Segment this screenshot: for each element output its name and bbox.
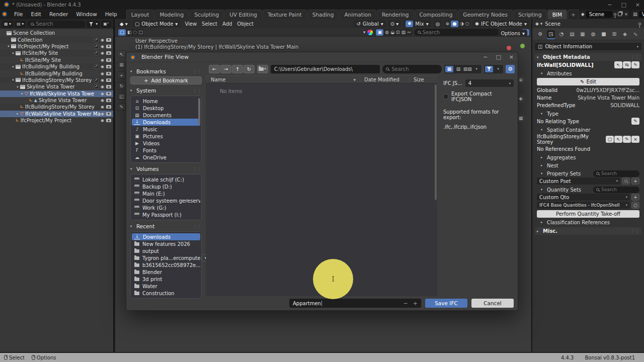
scrollbar[interactable] [435,84,437,200]
hide-eye-icon[interactable]: ◉ [101,84,104,89]
workspace-tab-texture-paint[interactable]: Texture Paint [263,10,307,19]
workspace-tab-compositing[interactable]: Compositing [415,10,458,19]
shading-toggles[interactable]: ⊕ ● ◑ ○ [444,20,470,27]
dialog-search-input[interactable]: Search [382,65,442,73]
aggregates-subpanel-header[interactable]: ▸ Aggregates [535,154,641,161]
viewport-editor-type-dropdown[interactable]: ◆ ▾ [117,20,130,27]
menu-render[interactable]: Render [45,10,72,18]
workspace-tab-sculpting[interactable]: Sculpting [189,10,224,19]
properties-editor-icon[interactable]: ◆ ▾ [535,21,542,26]
add-qto-button[interactable]: + [631,194,639,201]
ifc-mode-dropdown[interactable]: ✺ IFC Object Mode ▾ [472,20,529,27]
back-button[interactable]: ← [209,65,220,73]
overlay-f-icon[interactable]: ∾ [407,30,411,35]
hide-eye-icon[interactable]: ◉ [101,112,104,116]
render-visibility-icon[interactable] [106,92,111,96]
display-mode-dropdown[interactable]: ▤ ▾ [15,21,26,28]
unlink-scene-icon[interactable]: × [624,12,628,17]
edit-attributes-button[interactable]: ✎ Edit [537,78,639,85]
type-subpanel-header[interactable]: ▾ Type [535,110,641,117]
collapse-icon[interactable]: ▾ [11,78,16,82]
render-visibility-icon[interactable] [106,85,111,88]
hide-eye-icon[interactable]: ◉ [101,92,104,96]
system-item-home[interactable]: ⌂Home [132,98,200,105]
outliner-row[interactable]: ▾Skyline Vista Tower✓◉ [0,83,113,90]
menu-edit[interactable]: Edit [27,10,45,18]
overlay-e-icon[interactable]: ▤ [401,30,406,35]
render-visibility-icon[interactable] [106,65,111,68]
copy-scene-icon[interactable] [618,12,622,16]
recent-item-output[interactable]: output [132,247,200,254]
viewport-menu-object[interactable]: Object [234,21,256,27]
panel-options-icon[interactable]: ⋮⋮ [630,55,639,59]
workspace-tab-animation[interactable]: Animation [339,10,376,19]
editor-type-dropdown[interactable]: ▦ ▾ [2,21,13,28]
minimize-icon[interactable]: − [607,2,612,8]
outliner-row[interactable]: ▾IfcBuildingStorey/My Storey✓◉ [0,77,113,83]
outliner-row[interactable]: Scene Collection [0,30,113,36]
recent-item-tygron-pla-ercomputer[interactable]: Tygron pla...ercomputer [132,254,200,261]
color-wheel-icon[interactable] [367,30,373,35]
outliner-row[interactable]: ∟IfcSite/My Site◉ [0,57,113,63]
system-item-music[interactable]: ♪Music [132,126,200,133]
dialog-title-bar[interactable]: Blender File View − □ × [126,52,518,62]
render-visibility-icon[interactable] [106,99,111,102]
render-visibility-icon[interactable] [106,78,111,82]
outliner-row[interactable]: ▾IfcBuilding/My Building✓◉ [0,63,113,70]
custom-qto-dropdown[interactable]: Custom Qto▾ [537,194,630,201]
render-visibility-icon[interactable] [106,112,111,116]
viewport-search-input[interactable]: Search [414,29,500,36]
base-quantities-dropdown[interactable]: IFC4 Base Quantities - IfcOpenShell▾ [537,202,630,209]
quantity-calculator-button[interactable]: ○ [631,202,639,209]
new-folder-button[interactable]: + [257,65,268,73]
object-information-dropdown[interactable]: ◫ Object Information ▾ [535,43,641,50]
minimize-icon[interactable]: − [483,54,488,60]
pin-icon[interactable] [638,23,641,25]
outliner-row[interactable]: ▾IfcProject/My Project✓◉ [0,43,113,50]
volume-item-lokale-schijf-c-[interactable]: Lokale schijf (C:) [132,176,200,183]
scene-selector[interactable]: ◆ Scene × [580,10,629,18]
hide-eye-icon[interactable]: ◉ [101,78,104,82]
workspace-tab-layout[interactable]: Layout [126,10,154,19]
hide-eye-icon[interactable]: ◉ [101,105,104,109]
filter-icon[interactable]: ▾ [87,21,100,28]
tab-render[interactable]: ◔ [557,30,566,38]
hide-eye-icon[interactable]: ◉ [101,98,104,103]
overlay-d-icon[interactable]: ⊡ [396,30,400,35]
overlay-toggles[interactable]: ▣ ◍ ◒ ⊡ ▤ ∾ [375,29,412,36]
outliner-row[interactable]: ∟▲Skyline Vista Tower◉ [0,97,113,104]
blender-menu-icon[interactable] [2,12,7,17]
filter-funnel-icon[interactable] [485,66,493,72]
tab-scene[interactable]: ◍ [589,30,597,38]
add-bookmark-button[interactable]: + Add Bookmark [130,76,202,84]
tab-object[interactable]: ◳ [547,30,555,38]
hide-eye-icon[interactable]: ◉ [101,71,104,76]
tool-select-icon[interactable]: ↖ [117,50,126,58]
bookmarks-section-header[interactable]: ▾ Bookmarks ⋮⋮ [130,68,202,74]
select-class-button[interactable]: ↖ [614,61,622,68]
pick-container-button[interactable]: ↖ [614,136,622,143]
new-collection-button[interactable]: ▣⁺ [101,21,111,28]
menu-help[interactable]: Help [101,10,121,18]
select-lasso-icon[interactable]: □ [138,30,143,35]
column-size[interactable]: Size [409,77,437,82]
nest-subpanel-header[interactable]: ▸ Nest [535,162,641,169]
remove-container-button[interactable]: × [631,136,639,143]
edit-container-button[interactable]: ✎ [623,136,631,143]
recent-item-construction[interactable]: Construction [132,290,200,297]
overlay-b-icon[interactable]: ◍ [385,30,389,35]
system-item-onedrive[interactable]: ☁OneDrive [132,154,200,161]
tab-tool[interactable]: ⚙ [536,30,544,38]
cancel-button[interactable]: Cancel [471,299,514,308]
quantity-sets-subpanel-header[interactable]: ▾ Quantity Sets Search [535,186,641,193]
volume-item-work-g-[interactable]: Work (G:) [132,204,200,211]
object-metadata-panel-header[interactable]: ▾ Object Metadata ⋮⋮ [535,53,641,61]
misc-panel-header[interactable]: ▸ Misc. ⋮⋮ [535,227,641,235]
panel-options-icon[interactable]: ⋮⋮ [630,229,639,233]
view-layer-name[interactable]: ViewLayer [639,11,644,18]
render-visibility-icon[interactable] [106,45,111,48]
transform-orientation-dropdown[interactable]: ↺ Global ▾ [354,20,385,27]
exclude-checkbox[interactable]: ✓ [94,64,99,69]
qto-search-input[interactable]: Search [593,187,639,193]
tool-cursor-icon[interactable]: ⊞ [117,61,126,68]
